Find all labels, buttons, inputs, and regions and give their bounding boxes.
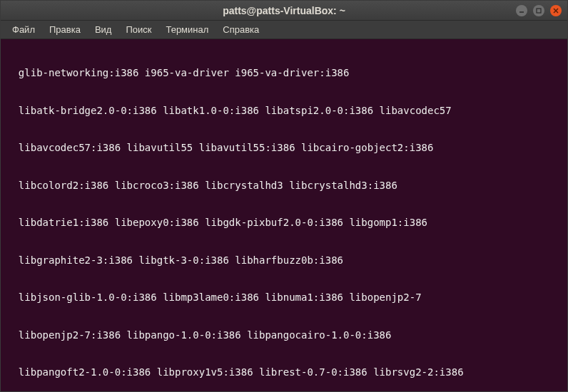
minimize-button[interactable] [516, 5, 527, 16]
minimize-icon [519, 8, 524, 14]
terminal-line: libopenjp2-7:i386 libpango-1.0-0:i386 li… [6, 329, 562, 342]
terminal-line: libavcodec57:i386 libavutil55 libavutil5… [6, 142, 562, 155]
close-button[interactable] [550, 5, 562, 16]
close-icon [553, 8, 559, 14]
menubar: Файл Правка Вид Поиск Терминал Справка [1, 21, 567, 39]
terminal-line: glib-networking:i386 i965-va-driver i965… [6, 67, 562, 80]
menu-file[interactable]: Файл [6, 23, 41, 36]
terminal-line: libdatrie1:i386 libepoxy0:i386 libgdk-pi… [6, 217, 562, 229]
maximize-button[interactable] [533, 5, 544, 16]
terminal-window: patts@patts-VirtualBox: ~ Файл Правка Ви… [0, 0, 568, 392]
terminal-line: libjson-glib-1.0-0:i386 libmp3lame0:i386… [6, 292, 562, 304]
menu-view[interactable]: Вид [89, 23, 118, 36]
svg-rect-1 [537, 9, 541, 13]
menu-search[interactable]: Поиск [120, 23, 157, 36]
menu-terminal[interactable]: Терминал [160, 23, 214, 36]
titlebar: patts@patts-VirtualBox: ~ [1, 1, 567, 21]
menu-edit[interactable]: Правка [44, 23, 86, 36]
terminal-line: libcolord2:i386 libcroco3:i386 libcrysta… [6, 180, 562, 192]
window-title: patts@patts-VirtualBox: ~ [223, 5, 345, 16]
menu-help[interactable]: Справка [217, 23, 265, 36]
window-controls [516, 5, 562, 16]
maximize-icon [536, 8, 542, 14]
terminal-line: libgraphite2-3:i386 libgtk-3-0:i386 libh… [6, 254, 562, 267]
terminal-output[interactable]: glib-networking:i386 i965-va-driver i965… [1, 39, 567, 391]
terminal-line: libpangoft2-1.0-0:i386 libproxy1v5:i386 … [6, 366, 562, 379]
terminal-line: libatk-bridge2.0-0:i386 libatk1.0-0:i386… [6, 105, 562, 118]
